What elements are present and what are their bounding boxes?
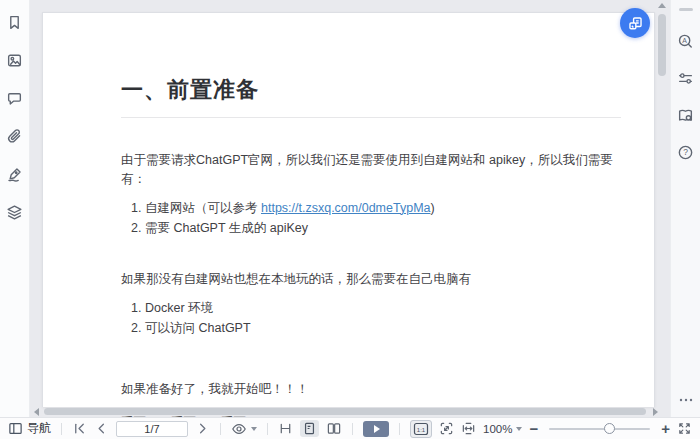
display-effects-button[interactable]: [231, 421, 257, 437]
nav-label: 导航: [27, 420, 51, 437]
zoom-out-button[interactable]: −: [529, 421, 538, 436]
actual-size-button[interactable]: 1:1: [410, 420, 432, 438]
zoom-slider[interactable]: [549, 422, 650, 436]
signature-icon[interactable]: [6, 166, 23, 183]
zoom-level-dropdown[interactable]: 100%: [483, 423, 522, 435]
list-item: 需要 ChatGPT 生成的 apiKey: [145, 218, 621, 238]
fit-width-button[interactable]: [461, 421, 476, 436]
chevron-down-icon: [516, 427, 522, 431]
previous-page-button[interactable]: [94, 421, 109, 436]
zoom-slider-track: [549, 428, 650, 430]
left-sidebar: [0, 0, 30, 417]
single-page-view-button[interactable]: [300, 420, 319, 437]
list-item: Docker 环境: [145, 298, 621, 318]
divider: [61, 423, 62, 435]
help-icon[interactable]: ?: [677, 144, 694, 161]
sidebar-collapse-handle[interactable]: [679, 8, 693, 11]
float-window-icon: [627, 15, 644, 32]
image-icon[interactable]: [6, 52, 23, 69]
ordered-list: Docker 环境 可以访问 ChatGPT: [121, 298, 621, 339]
scroll-right-arrow[interactable]: [653, 408, 658, 416]
vertical-scrollbar-thumb[interactable]: [658, 14, 666, 76]
document-viewport: 一、前置准备 由于需要请求ChatGPT官网，所以我们还是需要使用到自建网站和 …: [30, 0, 670, 417]
search-text-icon[interactable]: A: [677, 33, 694, 50]
two-page-view-button[interactable]: [326, 421, 342, 436]
adjust-settings-icon[interactable]: [677, 70, 694, 87]
divider: [399, 423, 400, 435]
horizontal-scrollbar-thumb[interactable]: [44, 408, 646, 415]
first-page-button[interactable]: [72, 421, 87, 436]
presentation-play-button[interactable]: [363, 421, 389, 437]
comment-icon[interactable]: [6, 90, 23, 107]
fullscreen-button[interactable]: [677, 421, 692, 436]
eye-icon: [231, 421, 247, 437]
paragraph: 由于需要请求ChatGPT官网，所以我们还是需要使用到自建网站和 apikey，…: [121, 151, 621, 189]
list-item: 可以访问 ChatGPT: [145, 318, 621, 338]
zoom-in-button[interactable]: +: [661, 421, 670, 436]
list-item-text: ): [431, 201, 435, 215]
nav-panel-icon: [8, 421, 23, 436]
ordered-list: 自建网站（可以参考 https://t.zsxq.com/0dmeTypMa) …: [121, 198, 621, 239]
zoom-level-value: 100%: [483, 423, 512, 435]
divider: [267, 423, 268, 435]
layers-icon[interactable]: [6, 204, 23, 221]
page-number-input[interactable]: [116, 421, 188, 437]
external-link[interactable]: https://t.zsxq.com/0dmeTypMa: [261, 201, 431, 215]
next-page-button[interactable]: [195, 421, 210, 436]
float-window-button[interactable]: [620, 8, 650, 38]
list-item: 自建网站（可以参考 https://t.zsxq.com/0dmeTypMa): [145, 198, 621, 218]
right-sidebar: A ?: [670, 0, 700, 417]
svg-text:A: A: [682, 37, 687, 44]
more-options-icon[interactable]: [678, 397, 694, 403]
horizontal-scrollbar[interactable]: [30, 407, 670, 417]
chevron-down-icon: [251, 427, 257, 431]
fit-page-button[interactable]: [439, 421, 454, 436]
reading-mode-icon[interactable]: [677, 107, 694, 124]
vertical-scrollbar[interactable]: [657, 0, 667, 405]
paragraph: 如果那没有自建网站也想在本地玩的话，那么需要在自己电脑有: [121, 270, 621, 289]
play-icon: [374, 425, 380, 433]
svg-text:?: ?: [683, 147, 688, 157]
bookmark-icon[interactable]: [6, 14, 23, 31]
document-page: 一、前置准备 由于需要请求ChatGPT官网，所以我们还是需要使用到自建网站和 …: [42, 12, 655, 407]
paragraph: 如果准备好了，我就开始吧！！！: [121, 380, 621, 399]
attachment-icon[interactable]: [6, 128, 23, 145]
divider: [352, 423, 353, 435]
fit-width-mode-button[interactable]: [278, 421, 293, 436]
page-title: 一、前置准备: [121, 75, 621, 118]
list-item-text: 自建网站（可以参考: [145, 201, 261, 215]
divider: [220, 423, 221, 435]
scroll-left-arrow[interactable]: [34, 408, 39, 416]
bottom-toolbar: 导航 1:1 100% −: [0, 417, 700, 439]
scroll-up-arrow[interactable]: [658, 3, 666, 8]
svg-text:1:1: 1:1: [417, 426, 426, 432]
zoom-slider-knob[interactable]: [604, 423, 615, 434]
navigation-toggle-button[interactable]: 导航: [8, 420, 51, 437]
